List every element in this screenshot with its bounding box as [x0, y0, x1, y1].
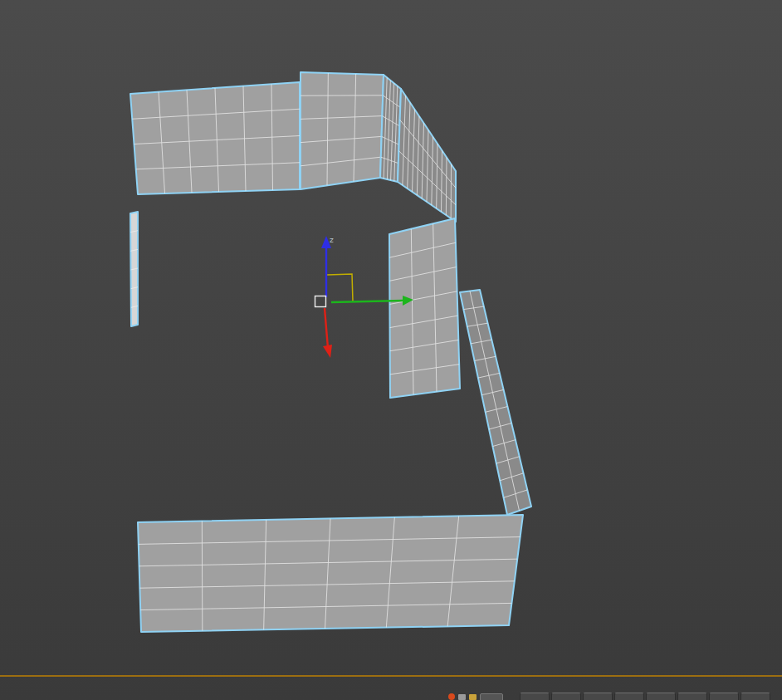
statusbar-button[interactable]	[709, 693, 739, 700]
wall-left-sliver[interactable]	[130, 212, 138, 326]
wall-top-mid[interactable]	[301, 72, 384, 189]
gizmo-x-axis[interactable]	[325, 308, 328, 348]
wall-right-upper[interactable]	[398, 89, 456, 222]
statusbar-button[interactable]	[583, 693, 613, 700]
timeline-track-line[interactable]	[0, 675, 782, 677]
gizmo-center-handle[interactable]	[315, 296, 326, 307]
statusbar-button[interactable]	[614, 693, 644, 700]
statusbar-glyph-icon[interactable]	[458, 694, 466, 700]
statusbar-button[interactable]	[740, 693, 770, 700]
wall-mid-right[interactable]	[389, 218, 460, 398]
gizmo-x-arrowhead[interactable]	[323, 345, 332, 358]
statusbar-button[interactable]	[551, 693, 581, 700]
viewport-canvas[interactable]: z	[0, 0, 782, 700]
gizmo-plane-handle[interactable]	[327, 274, 353, 301]
wall-bottom[interactable]	[138, 515, 523, 632]
statusbar-glyph-icon[interactable]	[469, 694, 477, 700]
wall-right-lower[interactable]	[460, 290, 531, 515]
statusbar-buttons	[520, 693, 770, 700]
statusbar-fragment	[448, 691, 782, 700]
gizmo-z-label: z	[330, 236, 334, 244]
status-dot-icon	[448, 693, 455, 700]
statusbar-button[interactable]	[646, 693, 676, 700]
statusbar-button[interactable]	[677, 693, 707, 700]
wall-top-left[interactable]	[130, 82, 300, 194]
statusbar-field-fragment[interactable]	[480, 693, 503, 700]
statusbar-button[interactable]	[520, 693, 550, 700]
